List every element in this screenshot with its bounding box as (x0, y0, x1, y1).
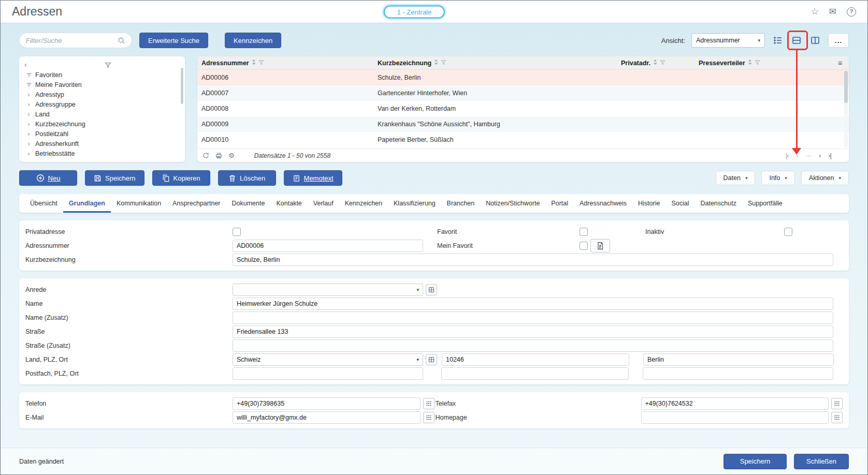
column-header-adressnummer[interactable]: Adressnummer (197, 59, 373, 67)
save-button[interactable]: Speichern (85, 170, 144, 186)
sidebar-item-adressherkunft[interactable]: › Adressherkunft (22, 139, 185, 149)
column-view-button[interactable] (807, 33, 823, 48)
name-input[interactable] (233, 298, 833, 310)
tab-kommunikation[interactable]: Kommunikation (111, 194, 167, 213)
strasse-input[interactable] (233, 325, 833, 338)
pager-prev-button[interactable]: ‹ (797, 152, 798, 159)
sort-icon[interactable] (653, 59, 657, 67)
tab-datenschutz[interactable]: Datenschutz (695, 194, 742, 213)
land-select[interactable]: Schweiz ▾ (233, 353, 423, 366)
view-mode-select[interactable]: Adressnummer ▾ (691, 33, 765, 48)
list-view-button[interactable] (770, 33, 786, 48)
table-row[interactable]: AD00008 Van der Kerken, Rotterdam (197, 101, 849, 116)
inaktiv-checkbox[interactable] (784, 228, 792, 236)
grid-settings-icon[interactable]: ⚙ (228, 152, 235, 159)
pager-last-button[interactable]: ›| (828, 152, 831, 159)
tree-filter-icon[interactable] (105, 62, 111, 68)
email-input[interactable] (233, 411, 421, 424)
table-row[interactable]: AD00007 Gartencenter Hinterhofer, Wien (197, 85, 849, 101)
adressnummer-input[interactable] (233, 240, 423, 252)
collapse-panel-icon[interactable]: ‹ (24, 61, 27, 68)
column-header-presseverteiler[interactable]: Presseverteiler (695, 59, 831, 67)
print-icon[interactable] (215, 152, 222, 159)
pager-pages-button[interactable]: ··· (806, 152, 811, 159)
pager-next-button[interactable]: › (819, 152, 820, 159)
table-row[interactable]: AD00010 Papeterie Berber, Süßlach (197, 132, 849, 147)
copy-button[interactable]: Kopieren (152, 170, 210, 186)
footer-close-button[interactable]: Schließen (794, 454, 849, 469)
homepage-action-button[interactable] (831, 412, 843, 423)
postfach-plz-input[interactable] (441, 367, 629, 380)
kurzbezeichnung-input[interactable] (233, 254, 833, 266)
tab-verlauf[interactable]: Verlauf (308, 194, 339, 213)
sidebar-item-betriebsstaette[interactable]: › Betriebsstätte (22, 149, 185, 158)
filter-icon[interactable] (755, 60, 760, 67)
plz-input[interactable] (442, 353, 629, 366)
telefon-input[interactable] (233, 397, 421, 410)
column-menu-icon[interactable]: ≡ (831, 59, 849, 67)
help-icon[interactable]: ? (847, 7, 856, 17)
name-zusatz-input[interactable] (233, 311, 833, 324)
telefon-dial-button[interactable] (423, 398, 435, 409)
tab-kontakte[interactable]: Kontakte (270, 194, 307, 213)
tab-klassifizierung[interactable]: Klassifizierung (388, 194, 441, 213)
daten-menu-button[interactable]: Daten ▾ (716, 171, 756, 185)
table-row[interactable]: AD00009 Krankenhaus "Schöne Aussicht", H… (197, 116, 849, 132)
delete-button[interactable]: Löschen (218, 170, 276, 186)
filter-icon[interactable] (441, 60, 446, 67)
sort-icon[interactable] (748, 59, 752, 67)
kennzeichen-button[interactable]: Kennzeichen (225, 33, 281, 48)
column-header-privatadr[interactable]: Privatadr. (617, 59, 695, 67)
telefax-dial-button[interactable] (831, 398, 843, 409)
sort-icon[interactable] (252, 59, 256, 67)
postfach-input[interactable] (233, 367, 423, 380)
tab-ansprechpartner[interactable]: Ansprechpartner (167, 194, 226, 213)
new-button[interactable]: Neu (19, 170, 77, 186)
tenant-badge[interactable]: 1 - Zentrale (384, 5, 445, 18)
sidebar-item-adressgruppe[interactable]: › Adressgruppe (22, 99, 185, 109)
land-lookup-button[interactable] (426, 354, 437, 365)
ort-input[interactable] (643, 353, 834, 366)
homepage-input[interactable] (641, 411, 829, 424)
sidebar-item-postleitzahl[interactable]: › Postleitzahl (22, 129, 185, 139)
aktionen-menu-button[interactable]: Aktionen ▾ (801, 171, 849, 185)
memotext-button[interactable]: Memotext (284, 170, 342, 186)
pager-first-button[interactable]: |‹ (786, 152, 789, 159)
document-icon-button[interactable] (590, 239, 610, 253)
table-scrollbar-thumb[interactable] (844, 71, 848, 103)
sidebar-item-kurzbezeichnung[interactable]: › Kurzbezeichnung (22, 119, 185, 129)
info-menu-button[interactable]: Info ▾ (761, 171, 794, 185)
postfach-ort-input[interactable] (643, 367, 833, 380)
more-options-button[interactable]: ... (828, 33, 849, 48)
advanced-search-button[interactable]: Erweiterte Suche (139, 33, 208, 48)
tab-supportfaelle[interactable]: Supportfälle (742, 194, 788, 213)
tab-social[interactable]: Social (666, 194, 695, 213)
tab-branchen[interactable]: Branchen (441, 194, 481, 213)
tab-dokumente[interactable]: Dokumente (226, 194, 271, 213)
favorite-star-icon[interactable]: ☆ (811, 7, 819, 16)
sidebar-item-favoriten[interactable]: Favoriten (22, 70, 185, 80)
filter-icon[interactable] (660, 60, 666, 67)
search-box[interactable] (19, 33, 132, 48)
tab-portal[interactable]: Portal (545, 194, 574, 213)
tab-adressnachweis[interactable]: Adressnachweis (574, 194, 632, 213)
split-view-button[interactable] (789, 33, 804, 48)
tab-uebersicht[interactable]: Übersicht (24, 194, 63, 213)
sort-icon[interactable] (434, 59, 438, 67)
tab-historie[interactable]: Historie (632, 194, 666, 213)
mein-favorit-checkbox[interactable] (580, 242, 588, 250)
telefax-input[interactable] (641, 397, 829, 410)
privatadresse-checkbox[interactable] (233, 228, 241, 236)
tab-notizen-stichworte[interactable]: Notizen/Stichworte (480, 194, 545, 213)
tab-kennzeichen[interactable]: Kennzeichen (339, 194, 388, 213)
table-row[interactable]: AD00006 Schulze, Berlin (197, 70, 849, 85)
refresh-icon[interactable] (202, 152, 209, 159)
table-scrollbar[interactable] (844, 71, 848, 147)
favorit-checkbox[interactable] (580, 228, 588, 236)
anrede-lookup-button[interactable] (426, 284, 437, 295)
search-input[interactable] (26, 37, 118, 44)
filter-icon[interactable] (258, 60, 264, 67)
footer-save-button[interactable]: Speichern (724, 454, 787, 469)
email-action-button[interactable] (423, 412, 435, 423)
sidebar-item-meine-favoriten[interactable]: Meine Favoriten (22, 80, 185, 90)
